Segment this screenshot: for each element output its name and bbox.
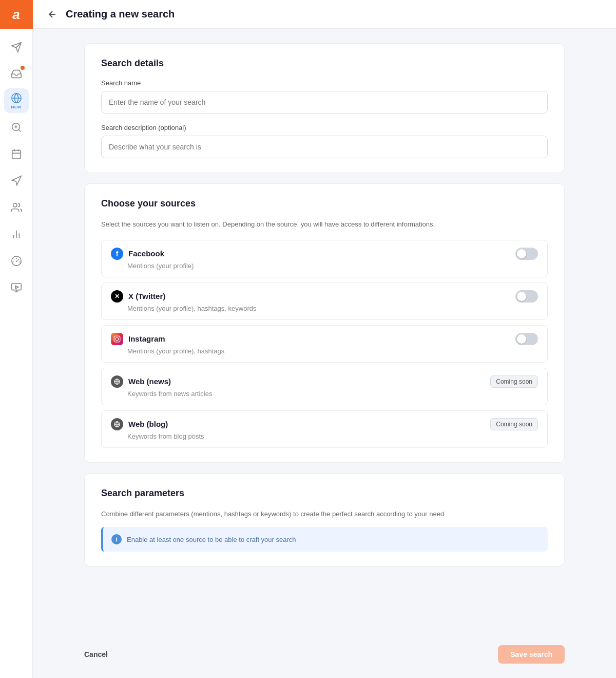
instagram-description: Mentions (your profile), hashtags [127, 347, 538, 355]
main-content: Creating a new search Search details Sea… [33, 0, 616, 678]
save-search-button[interactable]: Save search [498, 645, 565, 664]
source-name-row-twitter: ✕ X (Twitter) [111, 290, 165, 303]
send-icon [11, 42, 22, 53]
sidebar-item-new-search[interactable]: NEW [4, 88, 29, 113]
web-blog-coming-soon-badge: Coming soon [490, 418, 538, 430]
svg-marker-17 [15, 286, 18, 289]
svg-point-12 [13, 203, 16, 207]
svg-rect-21 [114, 336, 120, 342]
source-name-row-web-news: Web (news) [111, 375, 171, 388]
app-logo[interactable]: a [0, 0, 33, 29]
info-banner-text: Enable at least one source to be able to… [127, 536, 296, 543]
sidebar-nav: NEW [0, 29, 32, 306]
sidebar-item-campaigns[interactable] [4, 168, 29, 193]
x-twitter-icon: ✕ [111, 290, 123, 303]
source-item-twitter: ✕ X (Twitter) Mentions (your profile), h… [101, 282, 548, 320]
svg-point-23 [119, 337, 119, 337]
sources-title: Choose your sources [101, 198, 548, 209]
search-parameters-card: Search parameters Combine different para… [84, 473, 565, 567]
sources-subtitle: Select the sources you want to listen on… [101, 219, 548, 230]
source-name-row-web-blog: Web (blog) [111, 418, 168, 430]
twitter-description: Mentions (your profile), hashtags, keywo… [127, 305, 538, 312]
web-news-coming-soon-badge: Coming soon [490, 375, 538, 388]
web-blog-icon [111, 418, 123, 430]
megaphone-icon [11, 175, 22, 186]
twitter-name: X (Twitter) [128, 292, 165, 300]
info-icon: i [111, 534, 122, 544]
source-item-facebook: f Facebook Mentions (your profile) [101, 240, 548, 277]
source-header-instagram: Instagram [111, 333, 538, 345]
web-news-name: Web (news) [128, 377, 171, 386]
new-badge-label: NEW [11, 105, 21, 109]
page-content: Search details Search name Search descri… [33, 29, 616, 637]
sidebar-item-media[interactable] [4, 275, 29, 300]
source-name-row-instagram: Instagram [111, 333, 165, 345]
instagram-name: Instagram [128, 334, 165, 343]
twitter-toggle-knob [517, 292, 526, 301]
search-details-card: Search details Search name Search descri… [84, 43, 565, 173]
facebook-icon: f [111, 248, 123, 260]
facebook-description: Mentions (your profile) [127, 262, 538, 270]
sidebar-item-reports[interactable] [4, 222, 29, 247]
facebook-name: Facebook [128, 249, 164, 258]
bar-chart-icon [11, 229, 22, 240]
instagram-icon [111, 333, 123, 345]
search-description-label: Search description (optional) [101, 124, 548, 131]
source-item-web-blog: Web (blog) Coming soon Keywords from blo… [101, 410, 548, 448]
source-item-instagram: Instagram Mentions (your profile), hasht… [101, 325, 548, 363]
search-name-label: Search name [101, 79, 548, 87]
inbox-icon [11, 68, 22, 80]
source-name-row-facebook: f Facebook [111, 248, 164, 260]
svg-line-5 [18, 129, 21, 131]
sidebar-item-dashboard[interactable] [4, 249, 29, 273]
search-details-title: Search details [101, 58, 548, 69]
web-news-icon [111, 375, 123, 388]
source-header-twitter: ✕ X (Twitter) [111, 290, 538, 303]
web-news-description: Keywords from news articles [127, 390, 538, 398]
instagram-toggle[interactable] [515, 333, 538, 345]
facebook-toggle-knob [517, 249, 526, 258]
people-icon [11, 202, 22, 213]
back-button[interactable] [45, 7, 60, 22]
twitter-toggle[interactable] [515, 290, 538, 303]
search-description-input[interactable] [101, 136, 548, 158]
source-header-facebook: f Facebook [111, 248, 538, 260]
svg-rect-8 [12, 150, 21, 159]
calendar-icon [11, 148, 22, 160]
web-blog-description: Keywords from blog posts [127, 432, 538, 440]
cancel-button[interactable]: Cancel [84, 646, 108, 663]
sidebar-item-audience[interactable] [4, 195, 29, 220]
sidebar-item-inbox[interactable] [4, 62, 29, 86]
svg-point-22 [116, 337, 119, 341]
source-item-web-news: Web (news) Coming soon Keywords from new… [101, 368, 548, 405]
search-name-input[interactable] [101, 91, 548, 114]
inbox-badge [21, 66, 25, 70]
page-title: Creating a new search [66, 8, 175, 20]
sidebar-item-calendar[interactable] [4, 142, 29, 166]
search-parameters-subtitle: Combine different parameters (mentions, … [101, 509, 548, 519]
speedometer-icon [11, 255, 22, 267]
play-box-icon [11, 282, 22, 293]
facebook-toggle[interactable] [515, 248, 538, 260]
sources-card: Choose your sources Select the sources y… [84, 183, 565, 463]
source-header-web-blog: Web (blog) Coming soon [111, 418, 538, 430]
source-header-web-news: Web (news) Coming soon [111, 375, 538, 388]
footer-actions: Cancel Save search [33, 637, 616, 678]
search-description-field-group: Search description (optional) [101, 124, 548, 158]
search-globe-icon [11, 122, 22, 133]
web-blog-name: Web (blog) [128, 420, 168, 428]
sidebar: a NEW [0, 0, 33, 678]
search-parameters-title: Search parameters [101, 488, 548, 499]
back-arrow-icon [47, 9, 57, 20]
sidebar-item-send[interactable] [4, 35, 29, 60]
info-banner: i Enable at least one source to be able … [101, 527, 548, 552]
globe-new-icon [11, 92, 22, 104]
sidebar-item-search[interactable] [4, 115, 29, 140]
search-name-field-group: Search name [101, 79, 548, 114]
instagram-toggle-knob [517, 334, 526, 344]
page-header: Creating a new search [33, 0, 616, 29]
